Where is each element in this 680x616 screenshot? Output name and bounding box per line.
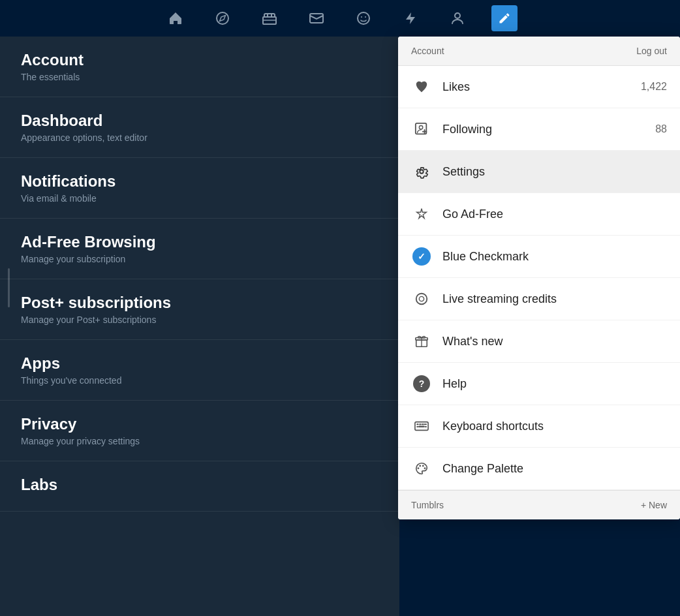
sidebar-item-dashboard-title: Dashboard bbox=[21, 112, 379, 130]
svg-point-8 bbox=[365, 16, 366, 18]
whats-new-label: What's new bbox=[442, 335, 667, 348]
dropdown-item-go-ad-free[interactable]: Go Ad-Free bbox=[398, 193, 680, 236]
sidebar-item-privacy-subtitle: Manage your privacy settings bbox=[21, 436, 379, 446]
likes-count: 1,422 bbox=[641, 81, 667, 93]
dropdown-item-change-palette[interactable]: Change Palette bbox=[398, 448, 680, 490]
blue-checkmark-label: Blue Checkmark bbox=[442, 250, 667, 264]
sidebar-item-labs[interactable]: Labs bbox=[0, 461, 399, 512]
palette-icon bbox=[411, 458, 432, 479]
sidebar-item-notifications-title: Notifications bbox=[21, 172, 379, 191]
scroll-indicator bbox=[8, 268, 10, 307]
help-circle: ? bbox=[413, 375, 430, 392]
tumblrs-label: Tumblrs bbox=[411, 500, 444, 510]
sidebar-item-account[interactable]: Account The essentials bbox=[0, 37, 399, 97]
compose-button[interactable] bbox=[491, 5, 518, 31]
svg-point-41 bbox=[422, 465, 424, 467]
sidebar-item-ad-free-title: Ad-Free Browsing bbox=[21, 233, 379, 251]
mail-icon[interactable] bbox=[303, 5, 330, 31]
dropdown-item-keyboard-shortcuts[interactable]: Keyboard shortcuts bbox=[398, 405, 680, 448]
dropdown-item-whats-new[interactable]: What's new bbox=[398, 320, 680, 363]
sidebar-item-ad-free[interactable]: Ad-Free Browsing Manage your subscriptio… bbox=[0, 219, 399, 279]
blue-checkmark-icon: ✓ bbox=[411, 246, 432, 267]
svg-point-42 bbox=[424, 467, 426, 469]
sidebar-item-account-subtitle: The essentials bbox=[21, 72, 379, 82]
dropdown-item-likes[interactable]: Likes 1,422 bbox=[398, 66, 680, 108]
sidebar-item-dashboard-subtitle: Appearance options, text editor bbox=[21, 132, 379, 143]
sidebar-item-ad-free-subtitle: Manage your subscription bbox=[21, 254, 379, 264]
sidebar-item-apps[interactable]: Apps Things you've connected bbox=[0, 340, 399, 401]
keyboard-icon bbox=[411, 416, 432, 437]
main-content: Account The essentials Dashboard Appeara… bbox=[0, 37, 680, 616]
dropdown-item-live-streaming[interactable]: Live streaming credits bbox=[398, 278, 680, 320]
stream-icon bbox=[411, 288, 432, 309]
dropdown-item-settings[interactable]: Settings bbox=[398, 151, 680, 193]
svg-rect-34 bbox=[422, 424, 424, 425]
home-icon[interactable] bbox=[162, 5, 189, 31]
dropdown-footer: Tumblrs + New bbox=[398, 490, 680, 519]
compass-icon[interactable] bbox=[209, 5, 236, 31]
svg-point-7 bbox=[361, 16, 362, 18]
dropdown-header-label: Account bbox=[411, 46, 444, 56]
sidebar-item-account-title: Account bbox=[21, 51, 379, 69]
sidebar-item-privacy-title: Privacy bbox=[21, 415, 379, 433]
logout-button[interactable]: Log out bbox=[636, 46, 667, 56]
help-icon: ? bbox=[411, 373, 432, 394]
sidebar-card: Account The essentials Dashboard Appeara… bbox=[0, 37, 399, 616]
account-dropdown: Account Log out Likes 1,422 bbox=[398, 37, 680, 519]
dropdown-item-blue-checkmark[interactable]: ✓ Blue Checkmark bbox=[398, 236, 680, 278]
svg-point-14 bbox=[420, 170, 424, 174]
likes-label: Likes bbox=[442, 80, 641, 94]
sidebar-item-apps-title: Apps bbox=[21, 354, 379, 373]
dropdown-header: Account Log out bbox=[398, 37, 680, 66]
sidebar-item-notifications-subtitle: Via email & mobile bbox=[21, 193, 379, 204]
svg-rect-36 bbox=[417, 426, 419, 427]
sidebar-item-post-plus[interactable]: Post+ subscriptions Manage your Post+ su… bbox=[0, 279, 399, 340]
svg-point-16 bbox=[419, 296, 424, 301]
svg-rect-35 bbox=[425, 424, 427, 425]
svg-rect-38 bbox=[418, 426, 424, 427]
heart-icon bbox=[411, 76, 432, 97]
keyboard-shortcuts-label: Keyboard shortcuts bbox=[442, 420, 667, 433]
gear-icon bbox=[411, 161, 432, 182]
svg-rect-33 bbox=[420, 424, 422, 425]
svg-point-0 bbox=[217, 12, 228, 24]
live-streaming-label: Live streaming credits bbox=[442, 292, 667, 306]
bolt-icon[interactable] bbox=[397, 5, 424, 31]
new-tumblr-button[interactable]: + New bbox=[641, 500, 667, 510]
settings-label: Settings bbox=[442, 165, 667, 179]
sidebar-item-post-plus-subtitle: Manage your Post+ subscriptions bbox=[21, 315, 379, 325]
following-label: Following bbox=[442, 123, 655, 136]
sparkle-icon bbox=[411, 204, 432, 224]
change-palette-label: Change Palette bbox=[442, 462, 667, 476]
gift-icon bbox=[411, 331, 432, 352]
top-navigation bbox=[0, 0, 680, 37]
dropdown-item-help[interactable]: ? Help bbox=[398, 363, 680, 405]
following-count: 88 bbox=[655, 123, 667, 135]
svg-point-15 bbox=[416, 294, 427, 305]
svg-rect-32 bbox=[417, 424, 419, 425]
svg-point-9 bbox=[455, 13, 460, 18]
svg-point-11 bbox=[419, 126, 423, 130]
svg-rect-37 bbox=[425, 426, 427, 427]
help-label: Help bbox=[442, 377, 667, 391]
left-panel: Account The essentials Dashboard Appeara… bbox=[0, 37, 399, 616]
dropdown-item-following[interactable]: Following 88 bbox=[398, 108, 680, 151]
person-plus-icon bbox=[411, 119, 432, 140]
sidebar-item-dashboard[interactable]: Dashboard Appearance options, text edito… bbox=[0, 97, 399, 158]
sidebar-item-privacy[interactable]: Privacy Manage your privacy settings bbox=[0, 401, 399, 461]
sidebar-item-labs-title: Labs bbox=[21, 476, 379, 494]
sidebar-item-post-plus-title: Post+ subscriptions bbox=[21, 294, 379, 312]
svg-point-39 bbox=[418, 467, 420, 469]
emoji-icon[interactable] bbox=[350, 5, 377, 31]
blue-badge: ✓ bbox=[412, 247, 431, 266]
svg-point-40 bbox=[419, 465, 421, 467]
go-ad-free-label: Go Ad-Free bbox=[442, 208, 667, 221]
sidebar-item-apps-subtitle: Things you've connected bbox=[21, 375, 379, 386]
store-icon[interactable] bbox=[256, 5, 283, 31]
svg-point-6 bbox=[358, 12, 369, 24]
person-icon[interactable] bbox=[444, 5, 471, 31]
sidebar-item-notifications[interactable]: Notifications Via email & mobile bbox=[0, 158, 399, 219]
